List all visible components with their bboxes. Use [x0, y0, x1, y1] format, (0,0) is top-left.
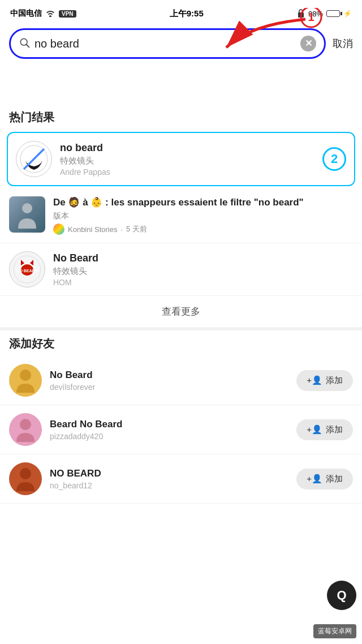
friend-avatar-2: [9, 413, 42, 446]
publisher-icon: [53, 224, 64, 235]
svg-text:NO BEARD: NO BEARD: [16, 269, 37, 273]
second-filter-info: No Beard 特效镜头 HOM: [53, 252, 353, 287]
carrier-label: 中国电信: [10, 8, 42, 19]
second-filter-type: 特效镜头: [53, 266, 353, 277]
hom-svg: NO BEARD: [13, 255, 41, 284]
friend-name-2: Beard No Beard: [50, 419, 288, 430]
hot-results-title: 热门结果: [0, 104, 362, 130]
status-bar: 中国电信 VPN 上午9:55 98% ⚡: [0, 0, 362, 25]
nobeard-svg: [20, 145, 48, 173]
close-icon: ✕: [305, 39, 312, 48]
svg-point-16: [20, 468, 31, 479]
article-thumbnail: [9, 196, 45, 233]
avatar-silhouette-2: [15, 417, 36, 442]
separator: ·: [120, 225, 123, 234]
first-result-item[interactable]: no beard 特效镜头 Andre Pappas 2: [7, 132, 355, 186]
article-info: De 🧔 à 👶 : les snappeurs essaient le fil…: [53, 196, 353, 235]
friend-info-3: NO BEARD no_beard12: [50, 468, 288, 490]
view-more-button[interactable]: 查看更多: [0, 296, 362, 330]
hom-filter-avatar: NO BEARD: [9, 251, 45, 287]
friend-item-3[interactable]: NO BEARD no_beard12 +👤 添加: [0, 454, 362, 504]
status-time: 上午9:55: [170, 8, 204, 19]
friend-name-3: NO BEARD: [50, 468, 288, 479]
article-title: De 🧔 à 👶 : les snappeurs essaient le fil…: [53, 196, 353, 209]
article-meta: Konbini Stories · 5 天前: [53, 224, 353, 235]
svg-point-14: [20, 370, 31, 381]
annotation-circle-2: 2: [322, 147, 346, 171]
friend-info-1: No Beard devìlsforever: [50, 370, 288, 392]
friend-item-2[interactable]: Beard No Beard pizzadaddy420 +👤 添加: [0, 405, 362, 454]
avatar-silhouette-1: [15, 368, 36, 393]
clear-search-button[interactable]: ✕: [300, 36, 316, 51]
person-silhouette: [16, 200, 38, 229]
add-button-3[interactable]: +👤 添加: [296, 469, 353, 490]
first-result-author: Andre Pappas: [60, 168, 314, 177]
friend-username-2: pizzadaddy420: [50, 432, 288, 441]
add-icon-1: +👤: [307, 375, 322, 385]
add-button-2[interactable]: +👤 添加: [296, 419, 353, 440]
friend-avatar-1: [9, 364, 42, 397]
status-right: 98% ⚡: [297, 8, 352, 19]
search-query-text: no beard: [35, 37, 296, 50]
battery-percent: 98%: [308, 10, 323, 18]
search-icon: [19, 37, 30, 51]
add-button-1[interactable]: +👤 添加: [296, 370, 353, 391]
float-q-button[interactable]: Q: [327, 581, 356, 610]
add-label-2: 添加: [326, 424, 343, 435]
add-label-1: 添加: [326, 375, 343, 386]
search-input-wrapper[interactable]: no beard ✕: [9, 28, 326, 59]
svg-point-8: [22, 203, 32, 213]
status-left: 中国电信 VPN: [10, 8, 76, 19]
svg-rect-0: [298, 12, 304, 18]
publisher-name: Konbini Stories: [68, 225, 117, 234]
battery-icon: ⚡: [326, 10, 352, 18]
time-ago: 5 天前: [126, 224, 147, 234]
first-result-type: 特效镜头: [60, 156, 314, 166]
add-friends-title: 添加好友: [0, 330, 362, 356]
annotation-area: 1: [0, 65, 362, 104]
friend-avatar-3: [9, 462, 42, 495]
svg-line-2: [27, 44, 29, 47]
search-bar-container: no beard ✕ 取消: [0, 25, 362, 65]
article-result-item[interactable]: De 🧔 à 👶 : les snappeurs essaient le fil…: [0, 188, 362, 243]
highlighted-result-wrapper: no beard 特效镜头 Andre Pappas 2: [0, 130, 362, 188]
second-filter-name: No Beard: [53, 252, 353, 264]
add-icon-2: +👤: [307, 424, 322, 435]
avatar-silhouette-3: [15, 466, 36, 491]
article-type: 版本: [53, 211, 353, 221]
friend-username-1: devìlsforever: [50, 383, 288, 392]
second-filter-author: HOM: [53, 278, 353, 287]
lock-icon: [297, 8, 305, 19]
first-result-name: no beard: [60, 142, 314, 154]
wifi-icon: [45, 9, 55, 19]
add-icon-3: +👤: [307, 474, 322, 484]
friend-username-3: no_beard12: [50, 481, 288, 490]
friend-name-1: No Beard: [50, 370, 288, 381]
first-result-info: no beard 特效镜头 Andre Pappas: [60, 142, 314, 177]
charging-icon: ⚡: [343, 10, 352, 18]
vpn-badge: VPN: [59, 10, 76, 18]
hot-results-section: 热门结果 no beard 特效镜头 Andre Pappas 2: [0, 104, 362, 330]
watermark: 蓝莓安卓网: [313, 624, 356, 638]
svg-point-15: [20, 419, 31, 430]
nobeard-filter-avatar: [16, 141, 52, 177]
second-filter-result[interactable]: NO BEARD No Beard 特效镜头 HOM: [0, 243, 362, 296]
add-label-3: 添加: [326, 474, 343, 484]
add-friends-section: 添加好友 No Beard devìlsforever +👤 添加 Beard …: [0, 330, 362, 504]
friend-item-1[interactable]: No Beard devìlsforever +👤 添加: [0, 356, 362, 405]
friend-info-2: Beard No Beard pizzadaddy420: [50, 419, 288, 441]
cancel-button[interactable]: 取消: [333, 37, 353, 50]
